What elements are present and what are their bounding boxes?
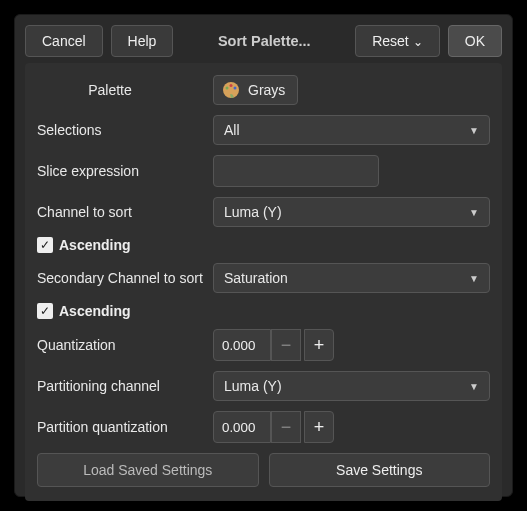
reset-button[interactable]: Reset⌄ [355,25,440,57]
secondary-row: Secondary Channel to sort Saturation ▼ [37,263,490,293]
channel-value: Luma (Y) [224,204,282,220]
slice-label: Slice expression [37,163,213,179]
slice-row: Slice expression [37,155,490,187]
quantization-spinner: − + [213,329,334,361]
bottom-row: Load Saved Settings Save Settings [37,453,490,487]
partition-quant-row: Partition quantization − + [37,411,490,443]
chevron-down-icon: ▼ [469,125,479,136]
partitioning-label: Partitioning channel [37,378,213,394]
top-bar: Cancel Help Sort Palette... Reset⌄ OK [25,25,502,57]
channel-dropdown[interactable]: Luma (Y) ▼ [213,197,490,227]
reset-label: Reset [372,33,409,49]
chevron-down-icon: ▼ [469,207,479,218]
svg-point-3 [234,87,237,90]
ascending2-row: ✓ Ascending [37,303,490,319]
chevron-down-icon: ▼ [469,273,479,284]
dialog-title: Sort Palette... [181,33,347,49]
channel-label: Channel to sort [37,204,213,220]
svg-point-2 [230,84,233,87]
ascending2-label: Ascending [59,303,131,319]
partitioning-row: Partitioning channel Luma (Y) ▼ [37,371,490,401]
quantization-minus-button[interactable]: − [271,329,301,361]
partition-quant-spinner: − + [213,411,334,443]
partitioning-dropdown[interactable]: Luma (Y) ▼ [213,371,490,401]
form-area: Palette Grays Sele [25,63,502,501]
palette-row: Palette Grays [37,75,490,105]
secondary-value: Saturation [224,270,288,286]
partition-quant-label: Partition quantization [37,419,213,435]
dialog-panel: Cancel Help Sort Palette... Reset⌄ OK Pa… [14,14,513,497]
chevron-down-icon: ▼ [469,381,479,392]
partition-quant-input[interactable] [213,411,271,443]
palette-icon [222,81,240,99]
ascending1-label: Ascending [59,237,131,253]
palette-value: Grays [248,82,285,98]
ok-button[interactable]: OK [448,25,502,57]
secondary-label: Secondary Channel to sort [37,270,213,286]
ascending1-checkbox[interactable]: ✓ [37,237,53,253]
palette-label: Palette [37,82,213,98]
palette-selector[interactable]: Grays [213,75,298,105]
selections-value: All [224,122,240,138]
partition-quant-minus-button[interactable]: − [271,411,301,443]
cancel-button[interactable]: Cancel [25,25,103,57]
ascending1-row: ✓ Ascending [37,237,490,253]
quantization-row: Quantization − + [37,329,490,361]
load-settings-button[interactable]: Load Saved Settings [37,453,259,487]
help-button[interactable]: Help [111,25,174,57]
selections-row: Selections All ▼ [37,115,490,145]
selections-dropdown[interactable]: All ▼ [213,115,490,145]
quantization-input[interactable] [213,329,271,361]
chevron-down-icon: ⌄ [413,35,423,49]
quantization-plus-button[interactable]: + [304,329,334,361]
partition-quant-plus-button[interactable]: + [304,411,334,443]
ascending2-checkbox[interactable]: ✓ [37,303,53,319]
svg-point-1 [226,87,229,90]
save-settings-button[interactable]: Save Settings [269,453,491,487]
channel-row: Channel to sort Luma (Y) ▼ [37,197,490,227]
partitioning-value: Luma (Y) [224,378,282,394]
selections-label: Selections [37,122,213,138]
slice-input[interactable] [213,155,379,187]
quantization-label: Quantization [37,337,213,353]
secondary-dropdown[interactable]: Saturation ▼ [213,263,490,293]
